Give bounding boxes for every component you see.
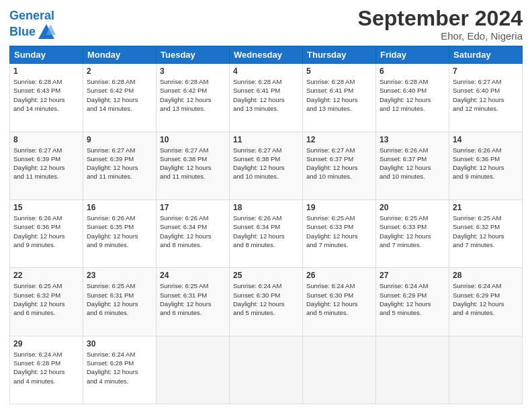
- col-tuesday: Tuesday: [157, 46, 230, 64]
- day-number: 3: [160, 66, 226, 76]
- cell-info: Sunrise: 6:28 AM Sunset: 6:41 PM Dayligh…: [306, 77, 372, 113]
- table-row: 21 Sunrise: 6:25 AM Sunset: 6:32 PM Dayl…: [449, 199, 523, 267]
- day-number: 15: [13, 203, 79, 212]
- col-wednesday: Wednesday: [230, 46, 303, 64]
- table-row: 11 Sunrise: 6:27 AM Sunset: 6:38 PM Dayl…: [230, 132, 303, 199]
- logo-text: General: [9, 9, 56, 23]
- day-number: 24: [160, 271, 226, 280]
- table-row: 14 Sunrise: 6:26 AM Sunset: 6:36 PM Dayl…: [449, 132, 523, 199]
- day-number: 12: [306, 135, 372, 144]
- cell-info: Sunrise: 6:28 AM Sunset: 6:41 PM Dayligh…: [233, 77, 299, 113]
- logo-blue: Blue: [9, 26, 36, 39]
- table-row: 22 Sunrise: 6:25 AM Sunset: 6:32 PM Dayl…: [10, 268, 83, 336]
- table-row: [303, 336, 376, 404]
- cell-info: Sunrise: 6:26 AM Sunset: 6:37 PM Dayligh…: [380, 146, 445, 181]
- day-number: 18: [233, 203, 299, 212]
- day-number: 5: [306, 66, 372, 76]
- day-number: 4: [233, 66, 299, 76]
- col-monday: Monday: [83, 46, 157, 64]
- logo-icon: [37, 23, 56, 42]
- table-row: [449, 336, 523, 404]
- table-row: 28 Sunrise: 6:24 AM Sunset: 6:29 PM Dayl…: [449, 268, 523, 336]
- cell-info: Sunrise: 6:26 AM Sunset: 6:36 PM Dayligh…: [13, 214, 79, 249]
- cell-info: Sunrise: 6:28 AM Sunset: 6:42 PM Dayligh…: [87, 77, 152, 113]
- page-subtitle: Ehor, Edo, Nigeria: [358, 30, 523, 42]
- table-row: 6 Sunrise: 6:28 AM Sunset: 6:40 PM Dayli…: [376, 64, 449, 132]
- day-number: 13: [380, 135, 445, 144]
- day-number: 23: [87, 271, 152, 280]
- day-number: 9: [87, 135, 152, 144]
- col-thursday: Thursday: [303, 46, 376, 64]
- cell-info: Sunrise: 6:25 AM Sunset: 6:33 PM Dayligh…: [306, 214, 372, 249]
- table-row: 27 Sunrise: 6:24 AM Sunset: 6:29 PM Dayl…: [376, 268, 449, 336]
- day-number: 1: [13, 66, 79, 76]
- day-number: 30: [87, 339, 152, 349]
- day-number: 21: [453, 203, 519, 212]
- col-saturday: Saturday: [449, 46, 523, 64]
- page-title: September 2024: [358, 7, 523, 30]
- table-row: 24 Sunrise: 6:25 AM Sunset: 6:31 PM Dayl…: [157, 268, 230, 336]
- calendar-header-row: Sunday Monday Tuesday Wednesday Thursday…: [10, 46, 523, 64]
- day-number: 20: [380, 203, 445, 212]
- day-number: 27: [380, 271, 445, 280]
- cell-info: Sunrise: 6:26 AM Sunset: 6:34 PM Dayligh…: [233, 214, 299, 249]
- table-row: 29 Sunrise: 6:24 AM Sunset: 6:28 PM Dayl…: [10, 336, 83, 404]
- day-number: 2: [87, 66, 152, 76]
- cell-info: Sunrise: 6:27 AM Sunset: 6:38 PM Dayligh…: [160, 146, 226, 181]
- table-row: 1 Sunrise: 6:28 AM Sunset: 6:43 PM Dayli…: [10, 64, 83, 132]
- table-row: 8 Sunrise: 6:27 AM Sunset: 6:39 PM Dayli…: [10, 132, 83, 199]
- cell-info: Sunrise: 6:25 AM Sunset: 6:32 PM Dayligh…: [453, 214, 519, 249]
- logo: General Blue: [9, 9, 56, 42]
- day-number: 8: [13, 135, 79, 144]
- col-friday: Friday: [376, 46, 449, 64]
- cell-info: Sunrise: 6:24 AM Sunset: 6:30 PM Dayligh…: [233, 281, 299, 317]
- cell-info: Sunrise: 6:27 AM Sunset: 6:39 PM Dayligh…: [13, 146, 79, 181]
- cell-info: Sunrise: 6:25 AM Sunset: 6:33 PM Dayligh…: [380, 214, 445, 249]
- cell-info: Sunrise: 6:27 AM Sunset: 6:39 PM Dayligh…: [87, 146, 152, 181]
- cell-info: Sunrise: 6:24 AM Sunset: 6:29 PM Dayligh…: [380, 281, 445, 317]
- cell-info: Sunrise: 6:26 AM Sunset: 6:34 PM Dayligh…: [160, 214, 226, 249]
- header: General Blue September 2024 Ehor, Edo, N…: [9, 7, 523, 42]
- day-number: 10: [160, 135, 226, 144]
- table-row: 5 Sunrise: 6:28 AM Sunset: 6:41 PM Dayli…: [303, 64, 376, 132]
- cell-info: Sunrise: 6:26 AM Sunset: 6:35 PM Dayligh…: [87, 214, 152, 249]
- cell-info: Sunrise: 6:27 AM Sunset: 6:38 PM Dayligh…: [233, 146, 299, 181]
- cell-info: Sunrise: 6:25 AM Sunset: 6:31 PM Dayligh…: [87, 281, 152, 317]
- cell-info: Sunrise: 6:24 AM Sunset: 6:29 PM Dayligh…: [453, 281, 519, 317]
- day-number: 7: [453, 66, 519, 76]
- table-row: 12 Sunrise: 6:27 AM Sunset: 6:37 PM Dayl…: [303, 132, 376, 199]
- table-row: [230, 336, 303, 404]
- day-number: 26: [306, 271, 372, 280]
- cell-info: Sunrise: 6:27 AM Sunset: 6:37 PM Dayligh…: [306, 146, 372, 181]
- table-row: 19 Sunrise: 6:25 AM Sunset: 6:33 PM Dayl…: [303, 199, 376, 267]
- table-row: 10 Sunrise: 6:27 AM Sunset: 6:38 PM Dayl…: [157, 132, 230, 199]
- col-sunday: Sunday: [10, 46, 83, 64]
- page: General Blue September 2024 Ehor, Edo, N…: [0, 0, 532, 411]
- table-row: 17 Sunrise: 6:26 AM Sunset: 6:34 PM Dayl…: [157, 199, 230, 267]
- day-number: 19: [306, 203, 372, 212]
- day-number: 17: [160, 203, 226, 212]
- day-number: 6: [380, 66, 445, 76]
- table-row: 18 Sunrise: 6:26 AM Sunset: 6:34 PM Dayl…: [230, 199, 303, 267]
- cell-info: Sunrise: 6:26 AM Sunset: 6:36 PM Dayligh…: [453, 146, 519, 181]
- table-row: 7 Sunrise: 6:27 AM Sunset: 6:40 PM Dayli…: [449, 64, 523, 132]
- table-row: 23 Sunrise: 6:25 AM Sunset: 6:31 PM Dayl…: [83, 268, 157, 336]
- cell-info: Sunrise: 6:27 AM Sunset: 6:40 PM Dayligh…: [453, 77, 519, 113]
- cell-info: Sunrise: 6:24 AM Sunset: 6:30 PM Dayligh…: [306, 281, 372, 317]
- cell-info: Sunrise: 6:25 AM Sunset: 6:32 PM Dayligh…: [13, 281, 79, 317]
- day-number: 22: [13, 271, 79, 280]
- day-number: 11: [233, 135, 299, 144]
- day-number: 16: [87, 203, 152, 212]
- table-row: 16 Sunrise: 6:26 AM Sunset: 6:35 PM Dayl…: [83, 199, 157, 267]
- table-row: 9 Sunrise: 6:27 AM Sunset: 6:39 PM Dayli…: [83, 132, 157, 199]
- day-number: 25: [233, 271, 299, 280]
- day-number: 28: [453, 271, 519, 280]
- table-row: 2 Sunrise: 6:28 AM Sunset: 6:42 PM Dayli…: [83, 64, 157, 132]
- table-row: 20 Sunrise: 6:25 AM Sunset: 6:33 PM Dayl…: [376, 199, 449, 267]
- cell-info: Sunrise: 6:28 AM Sunset: 6:42 PM Dayligh…: [160, 77, 226, 113]
- day-number: 14: [453, 135, 519, 144]
- cell-info: Sunrise: 6:24 AM Sunset: 6:28 PM Dayligh…: [13, 350, 79, 385]
- cell-info: Sunrise: 6:28 AM Sunset: 6:40 PM Dayligh…: [380, 77, 445, 113]
- title-block: September 2024 Ehor, Edo, Nigeria: [358, 7, 523, 42]
- table-row: 30 Sunrise: 6:24 AM Sunset: 6:28 PM Dayl…: [83, 336, 157, 404]
